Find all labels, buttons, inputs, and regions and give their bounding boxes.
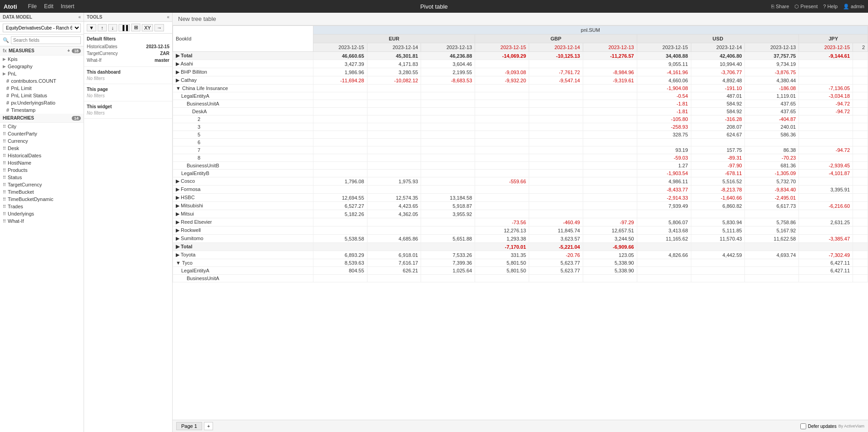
row-label-6[interactable]: BusinessUnitA (173, 100, 313, 108)
row-label-3[interactable]: ▶ Cathay (173, 76, 313, 85)
cell-jpy-5-0: -3,034.18 (799, 92, 853, 100)
cell-gbp-17-2 (583, 186, 637, 194)
hier-city[interactable]: ⠿City (0, 123, 84, 130)
measure-pnl-limit-status[interactable]: #PnL Limit Status (0, 92, 84, 99)
hier-products[interactable]: ⠿Products (0, 166, 84, 174)
row-label-4[interactable]: ▼ China Life Insurance (173, 85, 313, 92)
xy-btn[interactable]: XY (142, 24, 153, 31)
menu-edit[interactable]: Edit (44, 3, 54, 10)
share-btn[interactable]: ⎘ Share (771, 4, 789, 9)
measure-kpis[interactable]: ▶Kpis (0, 55, 84, 63)
hier-underlyings[interactable]: ⠿Underlyings (0, 210, 84, 217)
row-label-9[interactable]: 3 (173, 123, 313, 131)
row-label-21[interactable]: ▶ Reed Elsevier (173, 218, 313, 226)
hier-historical-dates[interactable]: ⠿HistoricalDates (0, 152, 84, 159)
hier-status[interactable]: ⠿Status (0, 174, 84, 181)
row-label-10[interactable]: 5 (173, 131, 313, 139)
cell-eur-24-0 (313, 243, 367, 251)
menu-insert[interactable]: Insert (61, 3, 74, 10)
cell-gbp-19-1 (529, 202, 583, 210)
row-label-5[interactable]: LegalEntityA (173, 92, 313, 100)
present-btn[interactable]: ⬡ Present (794, 4, 818, 10)
row-label-26[interactable]: ▼ Tyco (173, 259, 313, 267)
grid-btn[interactable]: ⊞ (131, 24, 140, 31)
add-measure-btn[interactable]: + (67, 48, 70, 53)
cell-gbp-24-1: -5,221.04 (529, 243, 583, 251)
hier-hostname[interactable]: ⠿HostName (0, 159, 84, 166)
hier-currency[interactable]: ⠿Currency (0, 137, 84, 145)
cell-usd-5-2: 1,119.01 (745, 92, 799, 100)
cell-eur-3-1: -10,082.12 (367, 76, 421, 85)
defer-updates-checkbox[interactable] (800, 423, 806, 429)
hier-desk[interactable]: ⠿Desk (0, 145, 84, 152)
row-label-2[interactable]: ▶ BHP Billiton (173, 68, 313, 76)
cell-jpy-7-0: -94.72 (799, 108, 853, 116)
measure-contributors[interactable]: #contributors.COUNT (0, 77, 84, 85)
usd-d3: 2023-12-13 (745, 43, 799, 52)
row-label-11[interactable]: 6 (173, 139, 313, 146)
measure-timestamp[interactable]: #Timestamp (0, 106, 84, 114)
model-select[interactable]: EquityDerivativesCube - Ranch 6.0 (3, 24, 81, 32)
content-header: New tree table (173, 13, 868, 25)
cell-usd-27-0 (637, 267, 691, 275)
cell-gbp-22-1: 11,845.74 (529, 226, 583, 235)
cell-usd-16-1: 5,516.52 (691, 177, 745, 186)
row-label-28[interactable]: BusinessUnitA (173, 275, 313, 282)
gbp-d1: 2023-12-15 (475, 43, 529, 52)
row-label-8[interactable]: 2 (173, 116, 313, 123)
help-btn[interactable]: ? Help (823, 4, 838, 9)
hier-what-if[interactable]: ⠿What-If (0, 217, 84, 225)
row-label-1[interactable]: ▶ Asahi (173, 60, 313, 68)
row-label-25[interactable]: ▶ Toyota (173, 251, 313, 259)
pivot-table-container[interactable]: BookId pnl.SUM EUR GBP USD JPY 2023-12-1… (173, 25, 868, 420)
row-label-13[interactable]: 8 (173, 154, 313, 162)
cell-gbp-0-2: -11,276.57 (583, 52, 637, 60)
measure-pv-underlyings[interactable]: #pv.UnderlyingsRatio (0, 99, 84, 106)
collapse-left-btn[interactable]: « (78, 15, 81, 20)
row-label-19[interactable]: ▶ Mitsubishi (173, 202, 313, 210)
row-label-27[interactable]: LegalEntityA (173, 267, 313, 275)
hier-time-bucket[interactable]: ⠿TimeBucket (0, 188, 84, 196)
menu-file[interactable]: File (28, 3, 37, 10)
collapse-tools-btn[interactable]: « (167, 15, 169, 20)
row-label-16[interactable]: ▶ Cosco (173, 177, 313, 186)
row-label-24[interactable]: ▶ Total (173, 243, 313, 251)
search-fields-input[interactable] (11, 36, 81, 44)
sort-asc-btn[interactable]: ↑ (98, 24, 107, 31)
cell-jpy-6-1 (853, 100, 868, 108)
cell-gbp-0-1: -10,125.13 (529, 52, 583, 60)
hier-trades[interactable]: ⠿Trades (0, 203, 84, 210)
row-label-12[interactable]: 7 (173, 146, 313, 154)
row-label-7[interactable]: DeskA (173, 108, 313, 116)
row-label-20[interactable]: ▶ Mitsui (173, 210, 313, 218)
cell-jpy-9-0 (799, 123, 853, 131)
cell-gbp-21-2: -97.29 (583, 218, 637, 226)
row-label-23[interactable]: ▶ Sumitomo (173, 235, 313, 243)
measure-pnl-limit[interactable]: #PnL Limit (0, 85, 84, 92)
row-label-14[interactable]: BusinessUnitB (173, 162, 313, 170)
hierarchies-label: HIERARCHIES (3, 116, 34, 121)
hier-counterparty[interactable]: ⠿CounterParty (0, 130, 84, 137)
measure-geography[interactable]: ▶Geography (0, 63, 84, 70)
row-label-18[interactable]: ▶ HSBC (173, 194, 313, 202)
row-label-17[interactable]: ▶ Formosa (173, 186, 313, 194)
row-label-15[interactable]: LegalEntityB (173, 170, 313, 177)
row-label-22[interactable]: ▶ Rockwell (173, 226, 313, 235)
hier-target-currency[interactable]: ⠿TargetCurrency (0, 181, 84, 188)
cell-eur-11-2 (421, 139, 475, 146)
filter-btn[interactable]: ▼ (87, 24, 96, 31)
page-1-tab[interactable]: Page 1 (176, 422, 202, 430)
cell-eur-4-0 (313, 85, 367, 92)
add-page-btn[interactable]: + (204, 422, 213, 430)
this-page-section: This page No filters (84, 84, 172, 101)
main-layout: DATA MODEL « EquityDerivativesCube - Ran… (0, 13, 868, 432)
sort-desc-btn[interactable]: ↓ (108, 24, 117, 31)
hier-time-bucket-dynamic[interactable]: ⠿TimeBucketDynamic (0, 196, 84, 203)
admin-btn[interactable]: 👤 admin (843, 4, 864, 10)
row-label-0[interactable]: ▶ Total (173, 52, 313, 60)
measures-count: 18 (72, 49, 81, 53)
cell-gbp-18-2 (583, 194, 637, 202)
measure-pnl[interactable]: ▶PnL (0, 70, 84, 77)
arrow-right-btn[interactable]: → (154, 24, 164, 31)
chart-btn[interactable]: ▐▐ (119, 24, 130, 31)
